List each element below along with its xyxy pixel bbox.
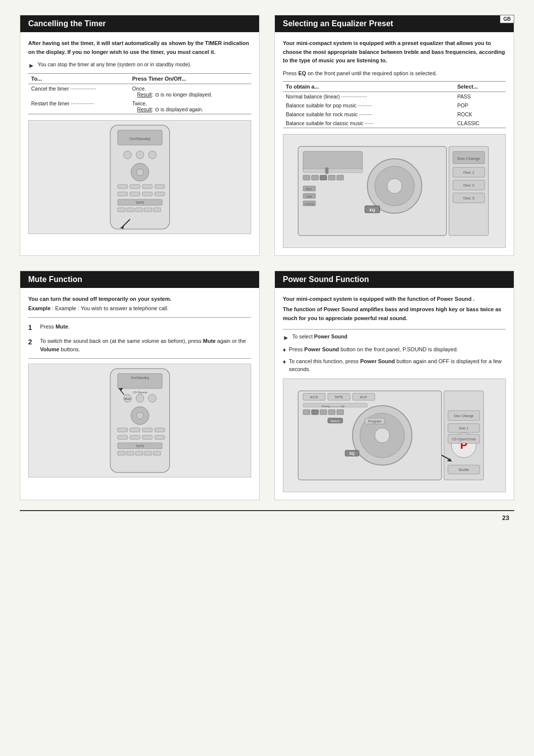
- svg-text:Disc Change: Disc Change: [453, 414, 473, 418]
- svg-rect-78: [144, 451, 152, 455]
- mute-steps: 1 Press Mute. 2 To switch the sound back…: [28, 323, 251, 353]
- svg-point-35: [387, 179, 402, 193]
- cancel-timer-section: Cancelling the Timer After having set th…: [20, 15, 260, 256]
- table-row: Balance suitable for classic music ·····…: [283, 119, 506, 128]
- eq-rock-val: ROCK: [454, 110, 506, 119]
- bullet-2: ♦ To cancel this function, press Power S…: [283, 357, 506, 374]
- divider: [28, 317, 251, 318]
- mute-intro: You can turn the sound off temporarily o…: [28, 295, 251, 304]
- eq-classic: Balance suitable for classic music ·····…: [283, 119, 454, 128]
- eq-instruction: Press EQ on the front panel until the re…: [283, 70, 506, 76]
- svg-rect-25: [303, 151, 362, 171]
- page-number-bar: 23: [20, 510, 514, 521]
- step-1: 1 Press Mute.: [28, 323, 251, 333]
- svg-text:Disc 1: Disc 1: [463, 170, 474, 175]
- bullet-2-text: To cancel this function, press Power Sou…: [289, 357, 506, 374]
- svg-rect-70: [130, 435, 140, 439]
- svg-text:Disc 2: Disc 2: [463, 183, 474, 188]
- svg-rect-9: [130, 185, 140, 189]
- svg-rect-26: [303, 175, 310, 180]
- svg-point-62: [136, 412, 143, 419]
- equalizer-header: Selecting an Equalizer Preset: [275, 15, 514, 32]
- eq-pop-val: POP: [454, 101, 506, 110]
- svg-text:Program: Program: [368, 420, 381, 424]
- result-restart: Result: ⊙ is displayed again.: [132, 106, 203, 112]
- svg-rect-8: [118, 185, 128, 189]
- svg-rect-13: [130, 192, 140, 196]
- page-number: 23: [502, 514, 509, 521]
- svg-rect-19: [127, 208, 134, 212]
- svg-text:High: High: [306, 195, 312, 198]
- divider3: [283, 329, 506, 330]
- bullet-1: ♦ Press Power Sound button on the front …: [283, 345, 506, 354]
- svg-text:REV: REV: [306, 188, 312, 190]
- svg-text:On/Standby: On/Standby: [131, 376, 149, 380]
- svg-text:EQ: EQ: [349, 452, 355, 456]
- svg-text:TAPE: TAPE: [334, 395, 343, 399]
- cancel-timer-header: Cancelling the Timer: [20, 15, 259, 32]
- diamond-icon2: ♦: [283, 357, 286, 374]
- remote-control-svg: On/Standby: [90, 123, 189, 232]
- svg-rect-77: [135, 451, 143, 455]
- col-select: Select...: [454, 81, 506, 92]
- press-twice: Twice. Result: ⊙ is displayed again.: [129, 99, 251, 114]
- eq-rock: Balance suitable for rock music ········…: [283, 110, 454, 119]
- svg-text:On/Standby: On/Standby: [129, 137, 150, 141]
- svg-rect-93: [337, 410, 344, 415]
- svg-rect-30: [337, 175, 344, 180]
- power-sound-device-image: A/CD TAPE AUX Tuning ——— Up: [283, 378, 506, 492]
- svg-rect-11: [155, 185, 165, 189]
- col-press: Press Timer On/Off...: [129, 74, 251, 84]
- svg-rect-12: [118, 192, 128, 196]
- svg-text:Disc Change: Disc Change: [457, 156, 480, 161]
- svg-rect-68: [155, 428, 165, 432]
- svg-point-98: [375, 428, 390, 443]
- svg-text:Tuning ——— Up: Tuning ——— Up: [321, 405, 345, 408]
- power-sound-intro1: Your mini-compact system is equipped wit…: [283, 295, 506, 304]
- table-row: Normal balance (linear) ················…: [283, 92, 506, 101]
- svg-text:Linking: Linking: [304, 202, 313, 205]
- svg-rect-69: [118, 435, 128, 439]
- svg-rect-14: [142, 192, 152, 196]
- eq-pop: Balance suitable for pop music ·········…: [283, 101, 454, 110]
- svg-point-3: [124, 151, 132, 159]
- diamond-icon1: ♦: [283, 345, 286, 354]
- divider2: [28, 358, 251, 359]
- svg-rect-76: [127, 451, 134, 455]
- svg-rect-65: [118, 428, 128, 432]
- svg-rect-18: [118, 208, 125, 212]
- page-container: Cancelling the Timer After having set th…: [20, 15, 514, 500]
- equalizer-table: To obtain a... Select... Normal balance …: [283, 81, 506, 128]
- svg-text:CD Open/Close: CD Open/Close: [451, 437, 476, 441]
- svg-rect-66: [130, 428, 140, 432]
- step-1-text: Press Mute.: [40, 323, 251, 333]
- eq-front-panel-svg: Disc Change Disc 1 Disc 2 Disc 3 EQ: [296, 142, 493, 240]
- mute-section: Mute Function You can turn the sound off…: [20, 271, 260, 500]
- power-sound-panel-svg: A/CD TAPE AUX Tuning ——— Up: [296, 386, 493, 485]
- power-sound-section: Power Sound Function Your mini-compact s…: [274, 271, 514, 500]
- arrow-icon2: ►: [283, 334, 289, 341]
- svg-rect-27: [312, 175, 318, 180]
- svg-rect-92: [328, 410, 335, 415]
- table-row: Balance suitable for rock music ········…: [283, 110, 506, 119]
- svg-text:EQ: EQ: [369, 208, 375, 212]
- svg-point-58: [136, 394, 144, 402]
- svg-rect-71: [142, 435, 152, 439]
- table-row: Restart the timer ················ Twice…: [28, 99, 251, 114]
- svg-text:TAPE: TAPE: [135, 444, 144, 448]
- result-cancel: Result: ⊙ is no longer displayed.: [132, 92, 212, 97]
- svg-rect-32: [325, 168, 328, 174]
- eq-normal: Normal balance (linear) ················…: [283, 92, 454, 101]
- step-2: 2 To switch the sound back on (at the sa…: [28, 337, 251, 353]
- col-to: To...: [28, 74, 129, 84]
- svg-text:AUX: AUX: [359, 395, 367, 399]
- svg-rect-15: [155, 192, 165, 196]
- svg-rect-29: [328, 175, 335, 180]
- svg-text:A/CD: A/CD: [310, 395, 318, 399]
- table-row: Balance suitable for pop music ·········…: [283, 101, 506, 110]
- svg-rect-89: [303, 410, 310, 415]
- svg-rect-75: [118, 451, 125, 455]
- step-2-text: To switch the sound back on (at the same…: [40, 337, 251, 353]
- svg-rect-22: [153, 208, 161, 212]
- mute-header: Mute Function: [20, 271, 259, 288]
